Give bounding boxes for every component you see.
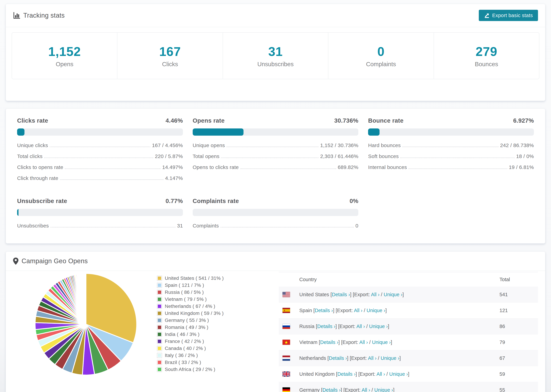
legend-item-south-africa[interactable]: South Africa ( 29 / 2% ) bbox=[157, 366, 242, 373]
legend-swatch-color bbox=[158, 333, 161, 336]
flag-gb-icon bbox=[283, 371, 290, 377]
rate-detail-row: Click through rate4.147% bbox=[17, 175, 183, 181]
legend-swatch-color bbox=[158, 354, 161, 357]
export-unique-link[interactable]: Unique › bbox=[389, 371, 408, 377]
details-link[interactable]: Details › bbox=[320, 339, 338, 345]
country-name: Vietnam [ bbox=[299, 339, 320, 345]
rate-progress-track bbox=[17, 128, 183, 136]
rate-detail-row: Unique opens1,152 / 30.736% bbox=[193, 142, 359, 148]
rate-detail-row: Soft bounces18 / 0% bbox=[368, 154, 534, 159]
rate-progress-track bbox=[368, 128, 534, 136]
country-name: United States [ bbox=[299, 292, 332, 297]
rate-detail-value: 4.147% bbox=[165, 175, 183, 181]
legend-item-brazil[interactable]: Brazil ( 33 / 2% ) bbox=[157, 359, 242, 366]
details-link[interactable]: Details › bbox=[315, 308, 333, 313]
dotted-leader bbox=[221, 158, 318, 158]
flag-cell bbox=[279, 324, 299, 329]
bracket-text: ] [Export: bbox=[341, 387, 362, 392]
geo-table-body: United States [Details ›] [Export: All ›… bbox=[279, 287, 538, 392]
tracking-stats-title-wrap: Tracking stats bbox=[13, 12, 65, 19]
legend-item-canada[interactable]: Canada ( 40 / 2% ) bbox=[157, 345, 242, 352]
rate-detail-label: Unique opens bbox=[193, 142, 225, 148]
legend-label: South Africa ( 29 / 2% ) bbox=[165, 367, 215, 372]
export-all-link[interactable]: All › bbox=[371, 292, 380, 297]
flag-ru-icon bbox=[283, 324, 290, 329]
legend-swatch-color bbox=[158, 347, 161, 350]
legend-label: Brazil ( 33 / 2% ) bbox=[165, 360, 201, 365]
export-unique-link[interactable]: Unique › bbox=[367, 308, 385, 313]
stats-summary-box: 1,152Opens167Clicks31Unsubscribes0Compla… bbox=[12, 32, 539, 79]
export-all-link[interactable]: All › bbox=[356, 324, 365, 329]
stat-label: Complaints bbox=[328, 61, 433, 68]
legend-item-italy[interactable]: Italy ( 36 / 2% ) bbox=[157, 352, 242, 359]
rate-detail-label: Clicks to opens rate bbox=[17, 164, 63, 170]
details-link[interactable]: Details › bbox=[322, 387, 340, 392]
export-unique-link[interactable]: Unique › bbox=[381, 355, 399, 361]
geo-content: United States ( 541 / 31% )Spain ( 121 /… bbox=[6, 271, 545, 392]
rate-block-header: Bounce rate6.927% bbox=[368, 117, 534, 124]
rate-progress-track bbox=[193, 128, 359, 136]
legend-label: Netherlands ( 67 / 4% ) bbox=[165, 304, 215, 309]
flag-cell bbox=[279, 356, 299, 361]
legend-swatch bbox=[157, 318, 162, 323]
pie-slice-other[interactable] bbox=[86, 273, 86, 324]
rate-detail-value: 31 bbox=[177, 223, 183, 229]
dotted-leader bbox=[226, 147, 318, 147]
geo-table-row-united-states: United States [Details ›] [Export: All ›… bbox=[279, 287, 538, 302]
rate-detail-label: Opens to clicks rate bbox=[193, 164, 239, 170]
rate-value: 0.77% bbox=[165, 197, 183, 204]
legend-swatch bbox=[157, 283, 162, 288]
dotted-leader bbox=[240, 168, 336, 169]
details-link[interactable]: Details › bbox=[329, 355, 347, 361]
legend-item-france[interactable]: France ( 42 / 2% ) bbox=[157, 338, 242, 345]
legend-label: India ( 46 / 3% ) bbox=[165, 332, 199, 337]
rate-value: 6.927% bbox=[513, 117, 534, 124]
rate-detail-label: Unsubscribes bbox=[17, 223, 49, 229]
export-unique-link[interactable]: Unique › bbox=[372, 339, 391, 345]
dotted-leader bbox=[50, 227, 175, 227]
legend-swatch bbox=[157, 367, 162, 372]
legend-item-russia[interactable]: Russia ( 86 / 5% ) bbox=[157, 289, 242, 296]
export-unique-link[interactable]: Unique › bbox=[369, 324, 388, 329]
rate-detail-row: Hard bounces242 / 86.738% bbox=[368, 142, 534, 148]
stat-value: 279 bbox=[434, 45, 539, 58]
flag-us-icon bbox=[283, 292, 290, 297]
legend-item-spain[interactable]: Spain ( 121 / 7% ) bbox=[157, 282, 242, 289]
geo-table-row-spain: Spain [Details ›] [Export: All › / Uniqu… bbox=[279, 302, 538, 318]
stat-value: 0 bbox=[328, 45, 433, 58]
rate-detail-label: Complaints bbox=[193, 223, 219, 229]
export-all-link[interactable]: All › bbox=[368, 355, 376, 361]
export-unique-link[interactable]: Unique › bbox=[374, 387, 393, 392]
legend-item-india[interactable]: India ( 46 / 3% ) bbox=[157, 331, 242, 338]
export-all-link[interactable]: All › bbox=[376, 371, 385, 377]
legend-item-germany[interactable]: Germany ( 55 / 3% ) bbox=[157, 317, 242, 324]
legend-swatch-color bbox=[158, 305, 161, 308]
legend-item-united-kingdom[interactable]: United Kingdom ( 59 / 3% ) bbox=[157, 310, 242, 317]
rate-detail-label: Unique clicks bbox=[17, 142, 48, 148]
export-all-link[interactable]: All › bbox=[361, 387, 370, 392]
legend-item-united-states[interactable]: United States ( 541 / 31% ) bbox=[157, 275, 242, 282]
export-basic-stats-button[interactable]: Export basic stats bbox=[479, 10, 538, 21]
bracket-text: ] [Export: bbox=[338, 339, 359, 345]
flag-cell bbox=[279, 340, 299, 345]
legend-item-romania[interactable]: Romania ( 49 / 3% ) bbox=[157, 324, 242, 331]
export-all-link[interactable]: All › bbox=[354, 308, 362, 313]
details-link[interactable]: Details › bbox=[337, 371, 355, 377]
legend-label: Canada ( 40 / 2% ) bbox=[165, 346, 206, 351]
stat-label: Opens bbox=[12, 61, 117, 68]
legend-label: Spain ( 121 / 7% ) bbox=[165, 283, 204, 288]
country-total: 541 bbox=[500, 292, 538, 297]
details-link[interactable]: Details › bbox=[317, 324, 335, 329]
tracking-stats-title: Tracking stats bbox=[23, 12, 65, 19]
export-all-link[interactable]: All › bbox=[359, 339, 368, 345]
rate-progress-fill bbox=[368, 128, 380, 136]
legend-item-netherlands[interactable]: Netherlands ( 67 / 4% ) bbox=[157, 303, 242, 310]
legend-label: France ( 42 / 2% ) bbox=[165, 339, 204, 344]
details-link[interactable]: Details › bbox=[332, 292, 350, 297]
rate-progress-track bbox=[193, 209, 359, 216]
rate-value: 30.736% bbox=[334, 117, 358, 124]
legend-swatch-color bbox=[158, 319, 161, 322]
export-icon bbox=[484, 13, 490, 18]
legend-item-vietnam[interactable]: Vietnam ( 79 / 5% ) bbox=[157, 296, 242, 303]
export-unique-link[interactable]: Unique › bbox=[384, 292, 403, 297]
